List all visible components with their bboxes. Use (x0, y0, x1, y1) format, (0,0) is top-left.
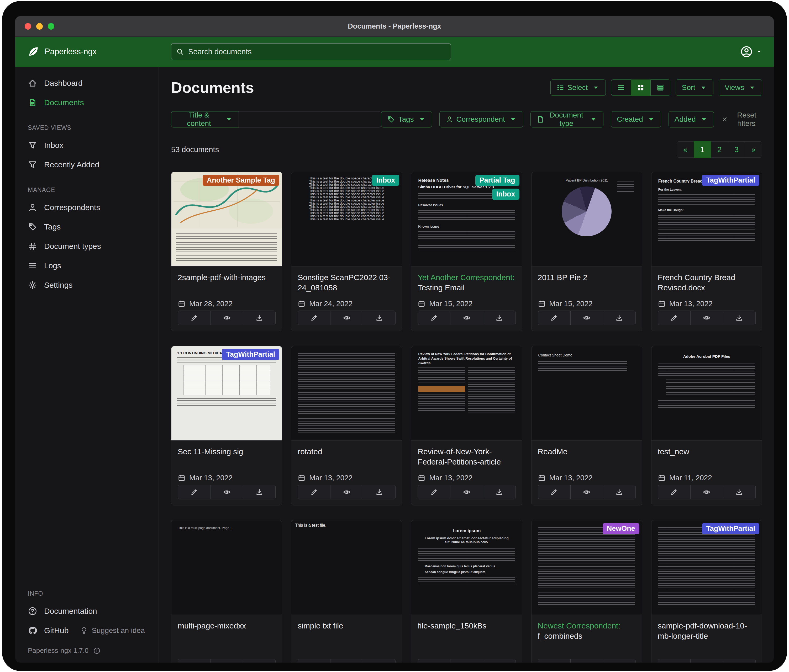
document-thumbnail[interactable]: Lorem ipsumLorem ipsum dolor sit amet, c… (411, 521, 522, 615)
edit-button[interactable] (418, 659, 450, 662)
document-title[interactable]: simple txt file (298, 621, 396, 642)
brand[interactable]: Paperless-ngx (15, 46, 159, 58)
download-button[interactable] (603, 485, 636, 499)
download-button[interactable] (243, 659, 276, 662)
view-button[interactable] (210, 311, 243, 325)
document-title[interactable]: rotated (298, 446, 396, 467)
view-button[interactable] (570, 485, 603, 499)
document-card[interactable]: This is a test file. simple txt file (291, 520, 402, 662)
view-button[interactable] (690, 659, 723, 662)
document-title[interactable]: ReadMe (538, 446, 636, 467)
title-content-filter-input[interactable] (239, 111, 381, 127)
grid-view-button[interactable] (631, 80, 651, 96)
download-button[interactable] (363, 311, 396, 325)
view-button[interactable] (690, 485, 723, 499)
document-type-filter-button[interactable]: Document type (530, 111, 604, 127)
tag-badge[interactable]: Inbox (372, 175, 399, 186)
download-button[interactable] (723, 659, 755, 662)
edit-button[interactable] (178, 485, 211, 499)
document-thumbnail[interactable]: This is a test for the double space char… (291, 172, 402, 266)
document-title[interactable]: multi-page-mixedxx (178, 621, 276, 642)
user-menu[interactable] (740, 45, 762, 58)
sidebar-item-github[interactable]: GitHub (15, 621, 71, 640)
document-thumbnail[interactable]: This is a test file. (291, 521, 402, 615)
document-card[interactable]: Another Sample Tag 2sample-pdf-with-imag… (171, 172, 282, 331)
document-card[interactable]: NewOne Newest Correspondent: f_combineds (531, 520, 642, 662)
document-thumbnail[interactable]: Release NotesSimba ODBC Driver for SQL S… (411, 172, 522, 266)
tag-badge[interactable]: Another Sample Tag (203, 175, 280, 186)
document-card[interactable]: TagWithPartial sample-pdf-download-10-mb… (651, 520, 762, 662)
list-view-button[interactable] (611, 80, 631, 96)
view-button[interactable] (450, 311, 483, 325)
document-thumbnail[interactable]: Another Sample Tag (171, 172, 282, 266)
download-button[interactable] (723, 311, 755, 325)
select-button[interactable]: Select (550, 80, 606, 96)
correspondent-link[interactable]: Yet Another Correspondent: (418, 273, 514, 282)
search-input[interactable] (188, 48, 446, 56)
pagination-next[interactable]: » (745, 142, 762, 158)
document-thumbnail[interactable]: Review of New York Federal Petitions for… (411, 346, 522, 441)
view-button[interactable] (210, 485, 243, 499)
edit-button[interactable] (538, 485, 571, 499)
document-card[interactable]: Contact Sheet Demo ReadMe Mar 13, 2022 (531, 346, 642, 505)
document-title[interactable]: Review-of-New-York-Federal-Petitions-art… (418, 446, 516, 467)
suggest-idea-link[interactable]: Suggest an idea (80, 626, 145, 635)
sidebar-item-dashboard[interactable]: Dashboard (15, 73, 158, 93)
views-button[interactable]: Views (719, 80, 762, 96)
view-button[interactable] (330, 659, 363, 662)
sidebar-item-correspondents[interactable]: Correspondents (15, 198, 158, 217)
correspondent-filter-button[interactable]: Correspondent (439, 111, 523, 127)
document-title[interactable]: sample-pdf-download-10-mb-longer-title (658, 621, 755, 642)
view-button[interactable] (330, 311, 363, 325)
view-button[interactable] (450, 485, 483, 499)
document-card[interactable]: French Country BreadFor the Leaven:Make … (651, 172, 762, 331)
search-box[interactable] (171, 43, 451, 60)
document-title[interactable]: Sonstige ScanPC2022 03-24_081058 (298, 272, 396, 293)
document-title[interactable]: 2011 BP Pie 2 (538, 272, 636, 293)
document-thumbnail[interactable]: Adobe Acrobat PDF Files (652, 346, 762, 441)
document-thumbnail[interactable]: NewOne (532, 521, 642, 615)
sidebar-item-tags[interactable]: Tags (15, 217, 158, 237)
sort-button[interactable]: Sort (676, 80, 713, 96)
sidebar-item-documentation[interactable]: Documentation (15, 602, 158, 621)
pagination-page-2[interactable]: 2 (711, 142, 728, 158)
sidebar-item-settings[interactable]: Settings (15, 275, 158, 295)
edit-button[interactable] (418, 311, 450, 325)
tag-badge[interactable]: TagWithPartial (702, 175, 759, 186)
tags-filter-button[interactable]: Tags (381, 111, 432, 127)
document-thumbnail[interactable]: 1.1 CONTINUING MEDICAL EDUCA TagWithPart… (171, 346, 282, 441)
reset-filters-button[interactable]: Reset filters (721, 111, 762, 128)
pagination-page-1[interactable]: 1 (694, 142, 711, 158)
document-title[interactable]: test_new (658, 446, 755, 467)
edit-button[interactable] (298, 311, 331, 325)
download-button[interactable] (243, 311, 276, 325)
minimize-window-button[interactable] (36, 23, 43, 30)
view-button[interactable] (570, 311, 603, 325)
document-card[interactable]: This is a test for the double space char… (291, 172, 402, 331)
edit-button[interactable] (658, 485, 691, 499)
edit-button[interactable] (298, 485, 331, 499)
edit-button[interactable] (178, 311, 211, 325)
tag-badge[interactable]: TagWithPartial (222, 349, 279, 360)
info-icon[interactable] (93, 647, 101, 654)
document-card[interactable]: Lorem ipsumLorem ipsum dolor sit amet, c… (411, 520, 522, 662)
edit-button[interactable] (538, 311, 571, 325)
document-title[interactable]: Newest Correspondent: f_combineds (538, 621, 636, 642)
pagination-page-3[interactable]: 3 (728, 142, 745, 158)
download-button[interactable] (483, 311, 516, 325)
document-title[interactable]: 2sample-pdf-with-images (178, 272, 276, 293)
document-card[interactable]: Adobe Acrobat PDF Files test_new Mar 11,… (651, 346, 762, 505)
view-button[interactable] (450, 659, 483, 662)
download-button[interactable] (723, 485, 755, 499)
view-button[interactable] (570, 659, 603, 662)
document-card[interactable]: Patient BP Distribution 2011 2011 BP Pie… (531, 172, 642, 331)
download-button[interactable] (483, 485, 516, 499)
view-button[interactable] (690, 311, 723, 325)
document-card[interactable]: 1.1 CONTINUING MEDICAL EDUCA TagWithPart… (171, 346, 282, 505)
zoom-window-button[interactable] (48, 23, 54, 30)
close-window-button[interactable] (25, 23, 31, 30)
download-button[interactable] (363, 485, 396, 499)
tag-badge[interactable]: Inbox (492, 189, 519, 200)
document-card[interactable]: Release NotesSimba ODBC Driver for SQL S… (411, 172, 522, 331)
document-title[interactable]: Sec 11-Missing sig (178, 446, 276, 467)
